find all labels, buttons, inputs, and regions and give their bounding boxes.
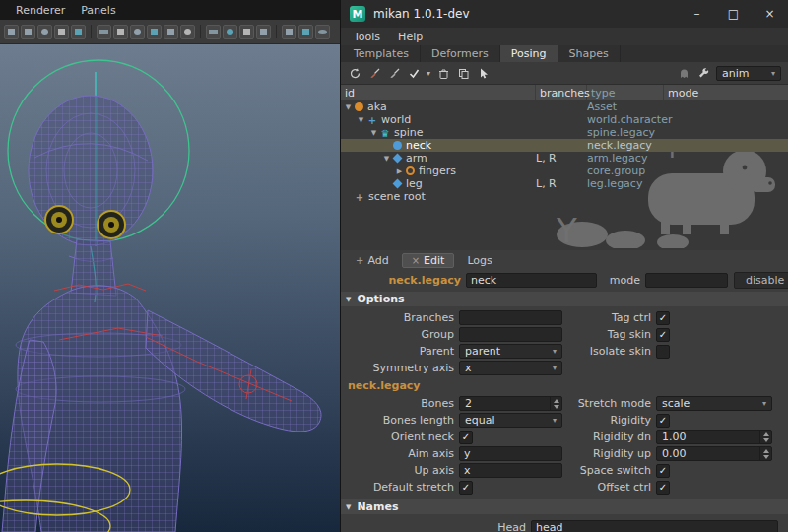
- edit-button[interactable]: × Edit: [402, 253, 455, 268]
- names-section-header[interactable]: ▼ Names: [341, 499, 788, 514]
- maya-tool-icon[interactable]: [180, 25, 195, 39]
- trash-icon[interactable]: [436, 66, 450, 80]
- viewport[interactable]: [0, 44, 340, 532]
- add-button[interactable]: + Add: [346, 253, 399, 268]
- anim-mode-value: anim: [717, 67, 766, 80]
- tree-row-fingers[interactable]: ▶ fingers core.group: [341, 165, 788, 177]
- template-tree[interactable]: Y T ▼ aka Asset ▼ + world world.characte…: [341, 100, 788, 250]
- maya-tool-icon[interactable]: [130, 25, 145, 39]
- expander-icon[interactable]: ▼: [381, 155, 392, 163]
- expander-icon[interactable]: ▼: [368, 129, 379, 137]
- isolate-skin-checkbox[interactable]: [656, 345, 670, 359]
- symmetry-axis-select[interactable]: x ▾: [459, 361, 562, 375]
- tree-row-aka[interactable]: ▼ aka Asset: [341, 100, 788, 113]
- menu-panels[interactable]: Panels: [73, 4, 123, 17]
- tab-deformers[interactable]: Deformers: [421, 45, 500, 62]
- tree-row-leg[interactable]: leg L, R leg.legacy: [341, 177, 788, 190]
- rigidity-checkbox[interactable]: [656, 414, 670, 428]
- toolbar-separator: [91, 25, 92, 38]
- tree-row-world[interactable]: ▼ + world world.character: [341, 113, 788, 126]
- bones-stepper[interactable]: 2: [459, 396, 562, 411]
- branches-input[interactable]: [459, 310, 562, 325]
- wrench-icon[interactable]: [696, 66, 710, 80]
- maya-tool-icon[interactable]: [113, 25, 128, 39]
- default-stretch-checkbox[interactable]: [459, 481, 473, 495]
- parent-select[interactable]: parent ▾: [459, 344, 562, 359]
- tag-skin-checkbox[interactable]: [656, 328, 670, 342]
- maya-tool-icon[interactable]: [239, 25, 254, 39]
- mode-input[interactable]: [645, 273, 728, 288]
- column-mode[interactable]: mode: [664, 85, 788, 100]
- stretch-mode-select[interactable]: scale ▾: [656, 396, 772, 411]
- scene-root-icon: +: [355, 192, 364, 201]
- offset-ctrl-checkbox[interactable]: [656, 481, 670, 495]
- refresh-icon[interactable]: [348, 66, 361, 80]
- tree-row-spine[interactable]: ▼ ♛ spine spine.legacy: [341, 126, 788, 139]
- rigidity-dn-stepper[interactable]: 1.00: [656, 430, 772, 444]
- head-input[interactable]: [531, 520, 778, 532]
- aim-axis-input[interactable]: [459, 446, 562, 461]
- spine-icon: ♛: [380, 128, 390, 137]
- spinner-arrows-icon[interactable]: [759, 431, 771, 443]
- clean-brush-icon[interactable]: [367, 66, 381, 80]
- maya-tool-icon[interactable]: [37, 25, 52, 39]
- expander-icon[interactable]: ▼: [343, 103, 354, 111]
- menu-help[interactable]: Help: [389, 31, 431, 43]
- orient-neck-checkbox[interactable]: [459, 431, 473, 444]
- expander-icon[interactable]: ▼: [356, 116, 366, 124]
- expander-icon[interactable]: ▶: [394, 167, 405, 175]
- maximize-button[interactable]: □: [715, 0, 752, 28]
- maya-tool-icon[interactable]: [147, 25, 162, 39]
- disable-button[interactable]: disable: [734, 272, 788, 289]
- spinner-arrows-icon[interactable]: [759, 447, 771, 460]
- tree-row-scene-root[interactable]: + scene root: [341, 190, 788, 203]
- column-id[interactable]: id: [341, 85, 536, 100]
- group-label: Group: [341, 328, 459, 341]
- up-axis-input[interactable]: [459, 463, 562, 478]
- anim-mode-select[interactable]: anim ▾: [716, 66, 781, 81]
- group-input[interactable]: [459, 327, 562, 342]
- maya-tool-icon[interactable]: [164, 25, 178, 39]
- parent-label: Parent: [341, 345, 459, 358]
- space-switch-checkbox[interactable]: [656, 464, 670, 478]
- tab-posing[interactable]: Posing: [500, 45, 558, 62]
- maya-tool-icon[interactable]: [282, 25, 296, 39]
- check-build-icon[interactable]: [407, 66, 421, 80]
- options-section-header[interactable]: ▼ Options: [341, 292, 788, 306]
- maya-tool-icon[interactable]: [298, 25, 313, 39]
- broom-icon[interactable]: [387, 66, 401, 80]
- tree-row-neck[interactable]: neck neck.legacy: [341, 139, 788, 152]
- maya-tool-icon[interactable]: [4, 25, 19, 39]
- column-type[interactable]: type: [587, 85, 664, 100]
- tree-row-label: spine: [394, 126, 424, 139]
- maya-tool-icon[interactable]: [54, 25, 69, 39]
- bones-label: Bones: [341, 397, 459, 410]
- rigidity-up-stepper[interactable]: 0.00: [656, 446, 772, 461]
- tree-row-arm[interactable]: ▼ arm L, R arm.legacy: [341, 152, 788, 165]
- maya-tool-icon[interactable]: [223, 25, 237, 39]
- close-button[interactable]: ×: [752, 0, 788, 28]
- tab-shapes[interactable]: Shapes: [558, 45, 621, 62]
- tree-row-label: scene root: [368, 190, 426, 203]
- maya-tool-icon[interactable]: [206, 25, 221, 39]
- maya-tool-icon[interactable]: [315, 25, 330, 39]
- minimize-button[interactable]: –: [679, 0, 715, 28]
- maya-tool-icon[interactable]: [97, 25, 111, 39]
- maya-tool-icon[interactable]: [256, 25, 271, 39]
- template-name-input[interactable]: [466, 273, 597, 288]
- bones-length-select[interactable]: equal ▾: [459, 413, 562, 428]
- maya-tool-icon[interactable]: [71, 25, 86, 39]
- ghost-icon[interactable]: [677, 66, 690, 80]
- title-bar[interactable]: M mikan 1.0.1-dev – □ ×: [341, 0, 788, 28]
- logs-button[interactable]: Logs: [457, 253, 501, 268]
- tab-templates[interactable]: Templates: [343, 45, 421, 62]
- chevron-down-icon[interactable]: ▾: [427, 69, 430, 78]
- tag-ctrl-checkbox[interactable]: [656, 311, 670, 325]
- maya-tool-icon[interactable]: [21, 25, 35, 39]
- cursor-icon[interactable]: [476, 66, 490, 80]
- duplicate-icon[interactable]: [456, 66, 470, 80]
- menu-renderer[interactable]: Renderer: [8, 4, 73, 17]
- menu-tools[interactable]: Tools: [345, 31, 389, 43]
- spinner-arrows-icon[interactable]: [550, 397, 561, 410]
- column-branches[interactable]: branches: [536, 85, 587, 100]
